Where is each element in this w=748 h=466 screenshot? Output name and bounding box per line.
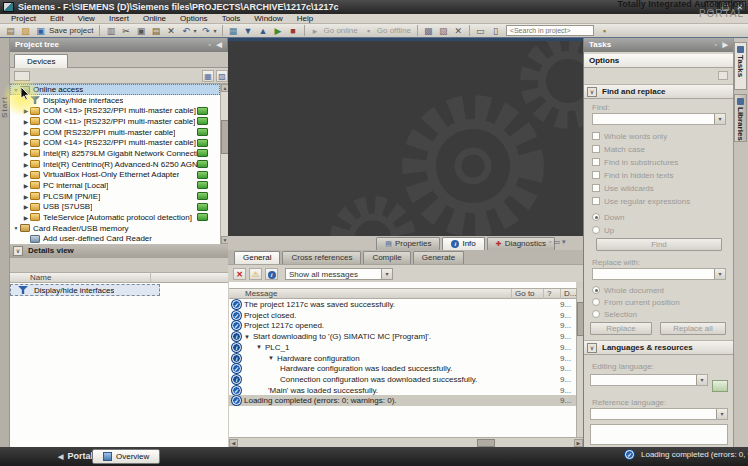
save-project-button[interactable]: ▣ (34, 25, 47, 37)
redo-icon[interactable]: ↷ (199, 25, 212, 37)
editing-lang-arrow-icon[interactable]: ▾ (696, 375, 707, 385)
undo-icon[interactable]: ↶ (179, 25, 192, 37)
tree-item[interactable]: ▶PC internal [Local] (10, 180, 220, 191)
error-filter-icon[interactable]: ✕ (233, 268, 246, 280)
find-button[interactable]: Find (596, 238, 722, 251)
subtab-compile[interactable]: Compile (363, 251, 410, 264)
menu-help[interactable]: Help (290, 14, 320, 24)
go-online-button[interactable]: ▸ (309, 25, 322, 37)
column-header-2[interactable]: ? (543, 289, 551, 299)
redo-icon-dropdown[interactable]: ▾ (213, 27, 216, 34)
column-header-3[interactable]: D... (560, 289, 576, 299)
upload-from-device-icon[interactable]: ▲ (257, 25, 270, 37)
print-icon[interactable]: ▥ (104, 25, 117, 37)
replace-input[interactable]: ▾ (592, 268, 726, 280)
tree-item[interactable]: ▼Card Reader/USB memory (10, 223, 220, 234)
radio-selection[interactable] (592, 310, 600, 318)
find-replace-header[interactable]: ∨ Find and replace (584, 84, 733, 99)
message-row[interactable]: ✓Hardware configuration was loaded succe… (229, 363, 576, 374)
tree-item[interactable]: ▶COM <14> [RS232/PPI multi-master cable] (10, 137, 220, 148)
radio-up[interactable] (592, 226, 600, 234)
reference-language-dropdown[interactable]: ▾ (590, 408, 728, 420)
tree-expander-icon[interactable]: ▶ (22, 203, 30, 210)
tree-item[interactable]: ▶COM <15> [RS232/PPI multi-master cable] (10, 105, 220, 116)
tree-expander-icon[interactable]: ▶ (22, 139, 30, 146)
options-settings-icon[interactable] (718, 71, 728, 80)
replace-dropdown-arrow-icon[interactable]: ▾ (714, 269, 725, 279)
new-window-icon[interactable]: ▨ (216, 70, 228, 82)
subtab-general[interactable]: General (234, 251, 280, 264)
checkbox-whole-words-only[interactable] (592, 132, 600, 140)
tree-expander-icon[interactable]: ▶ (22, 182, 30, 189)
tree-expander-icon[interactable]: ▶ (22, 129, 30, 136)
tree-expander-icon[interactable]: ▶ (22, 214, 30, 221)
checkbox-find-in-substructures[interactable] (592, 158, 600, 166)
side-tab-tasks[interactable]: Tasks (734, 42, 747, 90)
receive-alarms-icon[interactable]: ▧ (437, 25, 450, 37)
tree-expander-icon[interactable]: ▼ (12, 87, 20, 93)
message-vertical-scrollbar[interactable] (576, 288, 583, 437)
open-project-icon[interactable]: ▨ (19, 25, 32, 37)
paste-icon[interactable]: ▤ (149, 25, 162, 37)
find-input[interactable]: ▾ (592, 113, 726, 125)
tree-item[interactable]: ▶VirtualBox Host-Only Ethernet Adapter (10, 169, 220, 180)
message-row[interactable]: ✓Project closed.9... (229, 310, 576, 321)
checkbox-use-wildcards[interactable] (592, 184, 600, 192)
message-row[interactable]: ✓Project 1217c opened.9... (229, 320, 576, 331)
collapse-languages-icon[interactable]: ∨ (587, 343, 597, 353)
menu-view[interactable]: View (71, 14, 102, 24)
message-expander-icon[interactable]: ▼ (244, 334, 250, 340)
delete-icon[interactable]: ✕ (164, 25, 177, 37)
find-dropdown-arrow-icon[interactable]: ▾ (714, 114, 725, 124)
start-cpu-icon[interactable]: ▶ (272, 25, 285, 37)
cut-icon[interactable]: ✂ (119, 25, 132, 37)
tab-devices[interactable]: Devices (14, 54, 68, 68)
tree-item[interactable]: Add user-defined Card Reader (10, 233, 220, 244)
tree-expander-icon[interactable]: ▶ (22, 193, 30, 200)
close-all-icon[interactable]: ✕ (452, 25, 465, 37)
tree-filter-box[interactable] (14, 71, 30, 81)
collapse-panel-icon[interactable]: ◀ (217, 41, 222, 49)
expand-panel-icon[interactable]: ▶ (723, 41, 728, 49)
scroll-right-icon[interactable]: ▶ (574, 439, 583, 447)
overview-tab[interactable]: Overview (92, 449, 160, 464)
message-row[interactable]: iConnection configuration was downloaded… (229, 374, 576, 385)
message-hscroll-thumb[interactable] (477, 439, 495, 447)
tree-expander-icon[interactable]: ▶ (22, 150, 30, 157)
details-name-column[interactable]: Name (10, 272, 228, 283)
info-filter-icon[interactable]: i (265, 268, 278, 280)
menu-project[interactable]: Project (4, 14, 43, 24)
pin-panel-icon[interactable]: ▫ (209, 41, 211, 49)
radio-from-current-position[interactable] (592, 298, 600, 306)
inspector-corner-icons[interactable]: ▫▭▾ (549, 238, 568, 246)
message-row[interactable]: ✓'Main' was loaded successfully.9... (229, 385, 576, 396)
subtab-cross-references[interactable]: Cross references (282, 251, 361, 264)
accessible-devices-icon[interactable]: ▩ (422, 25, 435, 37)
go-offline-button[interactable]: ▪ (362, 25, 375, 37)
float-panel-icon[interactable]: ▫ (715, 41, 717, 49)
undo-icon-dropdown[interactable]: ▾ (193, 27, 196, 34)
menu-options[interactable]: Options (173, 14, 215, 24)
tree-item[interactable]: ▶PLCSIM [PN/IE] (10, 191, 220, 202)
collapse-details-icon[interactable]: ∨ (13, 246, 23, 256)
checkbox-find-in-hidden-texts[interactable] (592, 171, 600, 179)
menu-tools[interactable]: Tools (215, 14, 248, 24)
message-expander-icon[interactable]: ▼ (268, 355, 274, 361)
scroll-left-icon[interactable]: ◀ (229, 439, 238, 447)
checkbox-match-case[interactable] (592, 145, 600, 153)
replace-all-button[interactable]: Replace all (660, 322, 726, 335)
grid-view-icon[interactable]: ▦ (202, 70, 214, 82)
checkbox-use-regular-expressions[interactable] (592, 197, 600, 205)
side-tab-libraries[interactable]: Libraries (734, 94, 747, 142)
compile-icon[interactable]: ▦ (227, 25, 240, 37)
tab-properties[interactable]: ▤Properties (376, 237, 440, 250)
column-header-0[interactable]: Message (245, 289, 277, 299)
message-row[interactable]: i▼Hardware configuration9... (229, 353, 576, 364)
subtab-generate[interactable]: Generate (413, 251, 464, 264)
menu-insert[interactable]: Insert (102, 14, 136, 24)
tree-expander-icon[interactable]: ▶ (22, 107, 30, 114)
message-row[interactable]: i▼PLC_19... (229, 342, 576, 353)
copy-icon[interactable]: ▣ (134, 25, 147, 37)
warning-filter-icon[interactable]: ⚠ (249, 268, 262, 280)
radio-down[interactable] (592, 213, 600, 221)
